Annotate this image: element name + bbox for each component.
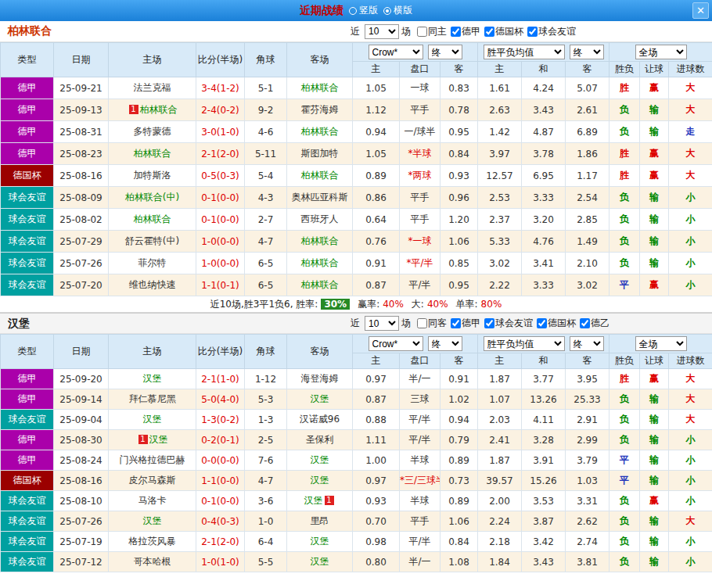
win-rate-badge: 30% [321,299,350,310]
matches-count-select[interactable]: 10 [365,24,399,39]
home-team-name: 菲尔特 [138,257,167,268]
avg-away-cell: 2.10 [566,253,610,274]
avg-stage-select[interactable]: 终 [570,336,604,351]
let-cell: 输 [640,99,669,121]
col-handicap: 盘口 [400,62,441,77]
stat-label: 单率: [456,298,478,311]
league-filter-input[interactable] [451,318,461,328]
away-team-cell: 西班牙人 [287,209,353,231]
same-venue-filter-input[interactable] [417,27,427,37]
bookmaker-select[interactable]: Crow* [369,336,423,351]
matches-count-select[interactable]: 10 [365,316,399,331]
odds-away-cell: 0.89 [441,491,478,511]
col-goals: 进球数 [669,62,712,77]
scope-select[interactable]: 全场 [635,336,687,351]
goals-cell: 小 [669,430,712,450]
close-button[interactable]: ✕ [692,2,709,19]
odds-away-cell: 0.91 [441,369,478,389]
corner-cell: 7-6 [245,450,287,471]
avg-draw-cell: 3.33 [522,274,566,296]
home-team-cell: 拜仁慕尼黑 [109,389,196,410]
stat-label: 赢率: [358,298,379,311]
away-team-cell: 汉堡 [287,389,353,410]
let-cell: 输 [640,552,669,572]
let-cell: 输 [640,231,669,253]
match-row: 球会友谊25-07-20维也纳快速1-1(0-1)6-5柏林联合0.87平/半0… [1,274,712,296]
league-filter-input[interactable] [527,27,538,37]
odds-home-cell: 1.11 [353,430,400,450]
avg-draw-cell: 15.26 [522,471,566,491]
league-filter-input[interactable] [580,318,590,328]
avg-stage-select[interactable]: 终 [570,45,604,59]
type-cell: 德甲 [1,77,54,99]
goals-cell: 小 [669,471,712,491]
league-filter-label: 德乙 [591,317,610,330]
odds-home-cell: 0.97 [353,369,400,389]
score-cell: 0-0(0-0) [196,450,245,471]
layout-radio-horizontal[interactable]: 横版 [383,4,412,17]
handicap-cell: 半球 [400,491,441,511]
league-filter-input[interactable] [484,318,494,328]
match-row: 球会友谊25-07-19格拉茨风暴2-1(2-0)6-4汉堡0.98平/半0.8… [1,532,712,552]
avg-away-cell: 2.62 [566,511,610,532]
handicap-cell: 一球 [400,77,441,99]
away-team-name: 汉堡 [311,536,329,547]
avg-select[interactable]: 胜平负均值 [484,336,565,351]
avg-away-cell: 3.95 [566,369,610,389]
handicap-cell: 平手 [400,99,441,121]
let-cell: 输 [640,450,669,471]
avg-draw-cell: 3.42 [522,532,566,552]
home-team-name: 拜仁慕尼黑 [129,393,176,404]
let-cell: 赢 [640,165,669,187]
avg-select[interactable]: 胜平负均值 [484,45,565,59]
same-venue-filter-input[interactable] [417,318,427,328]
scope-select[interactable]: 全场 [635,45,687,59]
avg-home-cell: 2.22 [478,274,522,296]
league-filter-input[interactable] [537,318,547,328]
let-cell: 赢 [640,274,669,296]
away-team-cell: 里昂 [287,511,353,532]
date-cell: 25-09-04 [54,410,109,430]
score-cell: 1-3(0-2) [196,410,245,430]
league-filter[interactable]: 球会友谊 [527,25,576,38]
league-filter-input[interactable] [484,27,494,37]
odds-stage-select[interactable]: 终 [428,45,462,59]
corner-cell: 6-4 [245,532,287,552]
corner-cell: 6-5 [245,274,287,296]
league-filter-input[interactable] [451,27,461,37]
col-score: 比分(半场) [196,43,245,77]
type-cell: 球会友谊 [1,231,54,253]
odds-away-cell: 0.84 [441,532,478,552]
odds-home-cell: 0.89 [353,165,400,187]
corner-cell: 9-2 [245,99,287,121]
layout-radio-vertical[interactable]: 竖版 [349,4,378,17]
same-venue-filter[interactable]: 同客 [417,317,447,330]
avg-away-cell: 1.17 [566,165,610,187]
odds-away-cell: 0.73 [441,471,478,491]
type-cell: 德甲 [1,450,54,471]
result-cell: 平 [610,274,640,296]
bookmaker-select[interactable]: Crow* [369,45,423,59]
league-filter[interactable]: 德甲 [451,25,480,38]
goals-cell: 小 [669,209,712,231]
league-filter[interactable]: 德国杯 [484,25,523,38]
type-cell: 球会友谊 [1,491,54,511]
type-cell: 球会友谊 [1,187,54,209]
odds-home-cell: 1.12 [353,99,400,121]
col-handicap: 盘口 [400,353,441,369]
home-team-name: 汉堡 [143,414,162,425]
league-filter[interactable]: 球会友谊 [484,317,533,330]
avg-draw-cell: 3.53 [522,491,566,511]
league-filter[interactable]: 德甲 [451,317,480,330]
type-cell: 球会友谊 [1,253,54,274]
away-team-name: 柏林联合 [301,279,339,290]
odds-stage-select[interactable]: 终 [428,336,462,351]
avg-away-cell: 25.33 [566,389,610,410]
same-venue-filter[interactable]: 同主 [417,25,447,38]
score-cell: 2-1(2-0) [196,143,245,165]
league-filter[interactable]: 德国杯 [537,317,576,330]
league-filter-label: 球会友谊 [495,317,533,330]
corner-cell: 5-4 [245,165,287,187]
league-filter[interactable]: 德乙 [580,317,610,330]
type-cell: 德甲 [1,99,54,121]
